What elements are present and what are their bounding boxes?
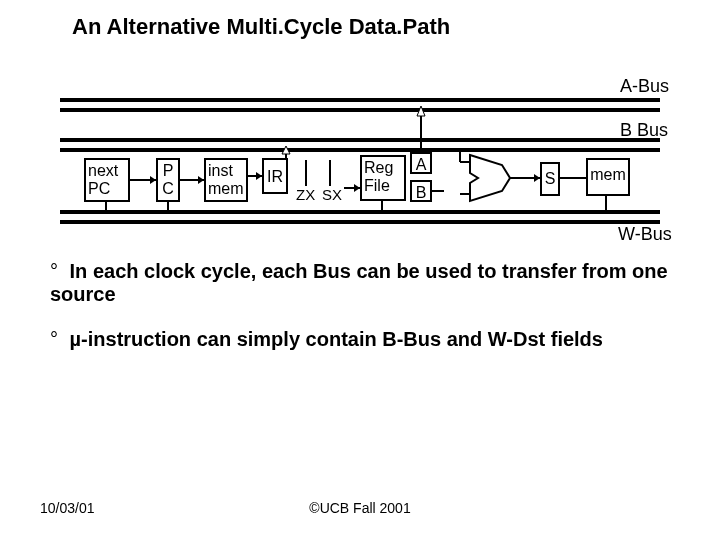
bullet-2: ° µ-instruction can simply contain B-Bus… <box>50 328 690 351</box>
svg-marker-12 <box>354 184 360 192</box>
svg-marker-8 <box>282 146 290 154</box>
bullet-1-text: In each clock cycle, each Bus can be use… <box>50 260 668 305</box>
block-s-label: S <box>545 170 556 187</box>
svg-marker-2 <box>150 176 156 184</box>
block-mem-label: mem <box>590 166 626 183</box>
svg-marker-4 <box>198 176 204 184</box>
bullet-marker-1: ° <box>50 260 64 283</box>
block-s: S <box>540 162 560 196</box>
svg-marker-14 <box>417 106 425 116</box>
bullet-list: ° In each clock cycle, each Bus can be u… <box>50 260 690 373</box>
svg-marker-0 <box>470 155 510 201</box>
svg-marker-6 <box>256 172 262 180</box>
bullet-2-text: µ-instruction can simply contain B-Bus a… <box>70 328 603 350</box>
block-mem: mem <box>586 158 630 196</box>
bullet-1: ° In each clock cycle, each Bus can be u… <box>50 260 690 306</box>
bullet-marker-2: ° <box>50 328 64 351</box>
footer-copyright: ©UCB Fall 2001 <box>0 500 720 516</box>
